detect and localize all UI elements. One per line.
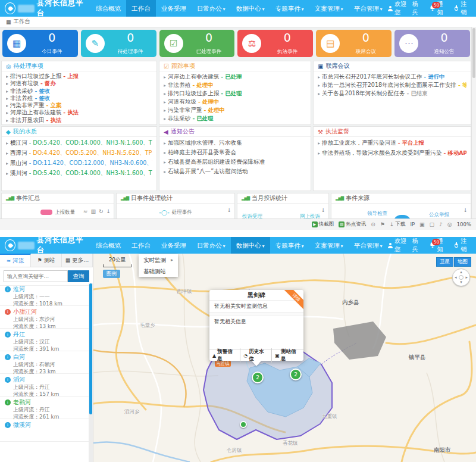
nav-item-documents[interactable]: 文案管理▾ — [309, 0, 349, 17]
stat-card[interactable]: ☑ 0已处理事件 — [159, 30, 235, 57]
pan-center-icon[interactable] — [459, 275, 464, 280]
tracking-item[interactable]: ▸非法采砂- 已处理 — [164, 114, 306, 123]
map-pan-control[interactable]: ▴ ▾ ◂ ▸ — [452, 269, 470, 286]
logout-button[interactable]: 注销 — [454, 0, 471, 17]
water-quality-item[interactable]: ▸黑山河- DO:11.420、COD:12.000、NH3-N:0.600、T… — [6, 158, 152, 168]
zoom-icon[interactable]: ◎ — [447, 221, 452, 227]
tracking-item[interactable]: ▸河岸边上有非法建筑- 已处理 — [164, 73, 306, 81]
logout-button[interactable]: 注销 — [454, 237, 471, 254]
pending-item[interactable]: ▸排污口垃圾过多上报- 上报 — [6, 73, 152, 80]
news-button[interactable]: ▤热点资讯 — [339, 221, 366, 228]
nav-item-workbench[interactable]: 工作台 — [126, 0, 156, 17]
bar-chart-toggle-icon[interactable]: ▥ — [90, 208, 96, 214]
river-list-item[interactable]: i微溪河 — [0, 419, 89, 442]
notice-item[interactable]: ▸柏峰庭主持召开县委常委会 — [164, 148, 306, 157]
tracking-item[interactable]: ▸河道有垃圾- 处理中 — [164, 98, 306, 106]
pan-left-icon[interactable]: ◂ — [455, 276, 457, 280]
map-cluster-marker[interactable]: 2 — [252, 372, 264, 383]
line-chart-icon[interactable]: ≈ — [83, 208, 88, 214]
river-list-item[interactable]: i淮河 上级河流：—— 河流长度：1018 km — [0, 283, 89, 306]
page-scrollbar[interactable] — [471, 27, 476, 219]
pin-icon[interactable]: ⚑ — [380, 221, 385, 227]
nav-item-workbench[interactable]: 工作台 — [126, 237, 156, 254]
pending-item[interactable]: ▸非法开垦农田- 执法 — [6, 117, 152, 124]
nav-item-topics[interactable]: 专题事件▾ — [270, 237, 309, 254]
download-icon[interactable]: ↓ — [321, 207, 325, 213]
download-icon[interactable]: ↓ — [106, 208, 111, 214]
notice-item[interactable]: ▸石城县提高基层组织建设经费保障标准 — [164, 157, 306, 167]
map-cluster-marker[interactable]: 2 — [290, 369, 302, 380]
stat-card[interactable]: ⚖ 0执法事件 — [237, 30, 313, 57]
tracking-item[interactable]: ▸污染非常严重- 处理中 — [164, 106, 306, 114]
download-icon[interactable]: ↓ — [463, 207, 468, 213]
legend-button[interactable]: 图例 — [103, 270, 120, 278]
search-input[interactable] — [4, 270, 68, 282]
pan-down-icon[interactable]: ▾ — [460, 280, 462, 285]
tab-more[interactable]: ▦更多... — [62, 254, 93, 267]
picture-icon[interactable]: ▣ — [419, 221, 425, 227]
tab-rivers[interactable]: ≈河流 — [0, 254, 31, 267]
stat-card[interactable]: ▤ 0联席会议 — [316, 30, 392, 57]
welcome-user[interactable]: 欢迎您 杨兵 — [388, 237, 423, 254]
menu-item-base-stations[interactable]: 基础测站 — [139, 266, 178, 277]
nav-item-overview[interactable]: 综合概览 — [90, 237, 126, 254]
zoom-level[interactable]: 100% — [457, 221, 471, 227]
window-icon[interactable]: ▢ — [430, 221, 435, 227]
search-button[interactable]: 查询 — [68, 270, 89, 282]
menu-item-realtime-monitoring[interactable]: 实时监测▸ — [139, 254, 178, 266]
pending-item[interactable]: ▸非法开垦农田- 执法 — [6, 124, 152, 125]
pan-up-icon[interactable]: ▴ — [460, 270, 462, 274]
meeting-item[interactable]: ▸关于各县2018年河长制分配任务- 已结束 — [318, 89, 466, 98]
tracking-item[interactable]: ▸排污口垃圾过多上报- 已处理 — [164, 89, 306, 98]
popup-link[interactable]: ▲预警信息 — [209, 348, 240, 363]
pending-item[interactable]: ▸河岸边上有非法建筑- 执法 — [6, 109, 152, 116]
legend-line-marker[interactable]: -◯- — [159, 210, 170, 216]
map-canvas[interactable]: 毛堂乡 西坪镇 上集镇 内乡县 镇平县 南阳市 仓房镇 滔河乡 九重镇 香花镇 … — [93, 254, 476, 462]
legend-label[interactable]: 处理事件 — [172, 209, 192, 216]
screenshot-button[interactable]: ▶快截图 — [312, 221, 334, 228]
nav-item-business[interactable]: 业务受理 — [156, 0, 192, 17]
nav-item-daily-office[interactable]: 日常办公▾ — [192, 237, 231, 254]
legend-label[interactable]: 上报数量 — [55, 209, 75, 216]
nav-item-overview[interactable]: 综合概览 — [90, 0, 126, 17]
refresh-icon[interactable]: ↻ — [99, 208, 104, 214]
popup-link[interactable]: ▣测站信息 — [271, 348, 303, 363]
pending-item[interactable]: ▸非法养殖- 签收 — [6, 95, 152, 102]
scrollbar-thumb[interactable] — [89, 283, 92, 414]
history-icon[interactable]: ⊙ — [371, 221, 375, 227]
download-icon[interactable]: ↓ — [227, 207, 231, 213]
pending-item[interactable]: ▸污染非常严重- 立案 — [6, 102, 152, 109]
notice-item[interactable]: ▸加强区域排水管理、污水收集 — [164, 138, 306, 148]
map-point-marker[interactable] — [240, 421, 247, 428]
download-button[interactable]: ↓下载 — [390, 221, 406, 228]
nav-item-business[interactable]: 业务受理 — [156, 237, 192, 254]
sidebar-scrollbar[interactable] — [89, 283, 93, 462]
meeting-item[interactable]: ▸市第一总河长召开2018年底河长制全面展示工作安排- 等待中 — [318, 81, 466, 89]
welcome-user[interactable]: 欢迎您 杨兵 — [388, 0, 423, 17]
river-list-item[interactable]: i丹江 上级河流：汉江 河流长度：391 km — [0, 329, 89, 351]
law-item[interactable]: ▸非法养殖场，导致河水颜色及水质受到严重污染- 移动APP上报 — [318, 148, 466, 158]
tab-stations[interactable]: ⚑测站 — [31, 254, 62, 267]
river-list-item[interactable]: i老鹳河 上级河流：丹江 河流长度：261 km — [0, 397, 89, 419]
stat-card[interactable]: ✎ 0待处理事件 — [81, 30, 156, 57]
water-quality-item[interactable]: ▸横江河- DO:5.420、COD:14.000、NH3-N:1.600、TP… — [6, 138, 152, 148]
stat-card[interactable]: ⋯ 0通知公告 — [394, 30, 470, 57]
law-item[interactable]: ▸排放工业废水，严重污染河道- 平台上报 — [318, 138, 466, 148]
notifications-button[interactable]: 50通知 — [430, 237, 447, 254]
details-ribbon[interactable]: 详情 — [283, 290, 303, 310]
river-list-item[interactable]: i白河 上级河流：石鹕河 河流长度：23 km — [0, 351, 89, 374]
river-list-item[interactable]: i小甜江河 上级河流：东沙河 河流长度：13 km — [0, 306, 89, 329]
nav-item-platform[interactable]: 平台管理▾ — [349, 0, 388, 17]
water-quality-item[interactable]: ▸西潭河- DO:4.420、COD:5.200、NH3-N:5.620、TP:… — [6, 148, 152, 158]
water-quality-item[interactable]: ▸溪川河- DO:5.420、COD:14.000、NH3-N:1.600、TP… — [6, 168, 152, 179]
river-list-item[interactable]: i滔河 上级河流：丹江 河流长度：157 km — [0, 374, 89, 397]
nav-item-data-center[interactable]: 数据中心▾ — [231, 237, 270, 254]
stat-card[interactable]: ▦ 0今日事件 — [2, 30, 78, 57]
pan-right-icon[interactable]: ▸ — [465, 276, 468, 280]
meeting-item[interactable]: ▸市总河长召开2017年底河长制会议工作- 进行中 — [318, 73, 466, 81]
scrollbar-thumb[interactable] — [472, 28, 475, 78]
ip-button[interactable]: IP — [410, 221, 415, 227]
nav-item-topics[interactable]: 专题事件▾ — [270, 0, 309, 17]
sound-icon[interactable]: ♪ — [439, 221, 443, 227]
notifications-button[interactable]: 50通知 — [430, 0, 447, 17]
